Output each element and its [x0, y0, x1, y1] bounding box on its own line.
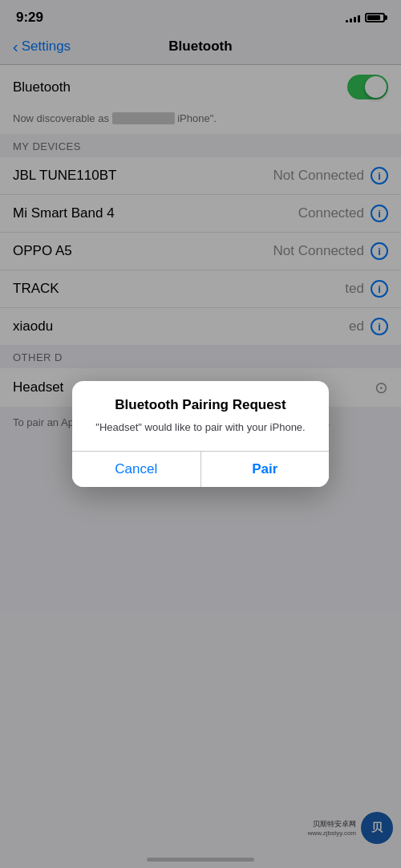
cancel-button[interactable]: Cancel — [72, 452, 201, 487]
pair-button[interactable]: Pair — [201, 452, 330, 487]
modal-overlay: Bluetooth Pairing Request "Headset" woul… — [0, 0, 401, 868]
dialog-content: Bluetooth Pairing Request "Headset" woul… — [72, 381, 329, 436]
dialog-title: Bluetooth Pairing Request — [88, 397, 313, 413]
dialog-buttons: Cancel Pair — [72, 451, 329, 487]
pairing-dialog: Bluetooth Pairing Request "Headset" woul… — [72, 381, 329, 488]
dialog-message: "Headset" would like to pair with your i… — [88, 420, 313, 436]
